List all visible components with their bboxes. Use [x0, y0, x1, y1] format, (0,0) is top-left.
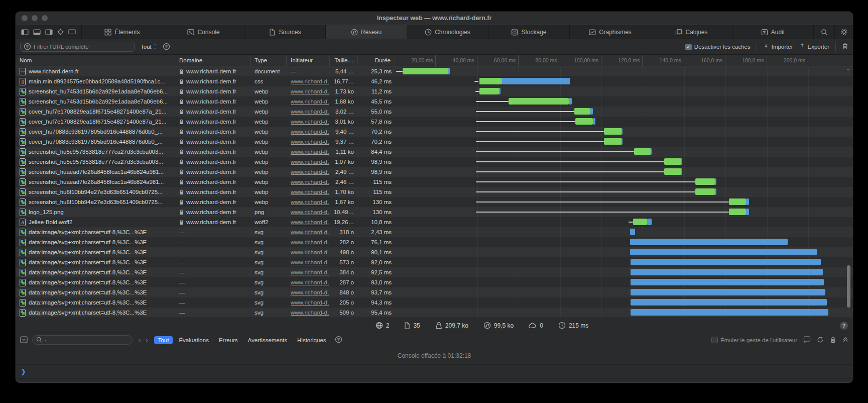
resource-type-dropdown[interactable]: Tout ⌃⌄	[141, 44, 157, 50]
latency-line[interactable]	[476, 111, 575, 112]
console-scope-erreurs[interactable]: Erreurs	[215, 336, 242, 344]
column-header-duree[interactable]: Durée	[358, 55, 395, 66]
device-icon[interactable]	[68, 29, 76, 35]
latency-line[interactable]	[476, 151, 634, 152]
latency-line[interactable]	[475, 91, 479, 92]
latency-line[interactable]	[476, 212, 729, 213]
table-row[interactable]: screenshot_hu7453d15b6b2a929e1adaa8e7a06…	[16, 86, 853, 96]
download-bar[interactable]	[746, 209, 749, 215]
inspect-target-icon[interactable]	[57, 29, 64, 35]
initiator-link[interactable]: www.richard-d…	[291, 259, 329, 265]
table-row[interactable]: screenshot_huaead7fe26a8458fcac1a46b824a…	[16, 177, 853, 187]
download-bar[interactable]	[630, 249, 817, 255]
tab-chronologies[interactable]: Chronologies	[407, 25, 488, 39]
column-header-nom[interactable]: Nom	[16, 55, 175, 66]
help-button[interactable]: ?	[840, 322, 848, 330]
speech-bubble-icon[interactable]	[803, 336, 811, 344]
download-bar[interactable]	[590, 108, 593, 115]
refresh-icon[interactable]	[817, 336, 824, 344]
download-bar[interactable]	[630, 229, 635, 235]
import-button[interactable]: Importer	[763, 43, 793, 51]
table-row[interactable]: screenshot_hu6f10bb94e27e3d63b651409cb07…	[16, 197, 853, 207]
table-row[interactable]: data:image/svg+xml;charset=utf-8,%3C...%…	[16, 267, 853, 277]
table-row[interactable]: logo_125.pngwww.richard-dern.frpngwww.ri…	[16, 207, 853, 217]
initiator-link[interactable]: www.richard-d…	[291, 299, 329, 306]
waiting-bar[interactable]	[695, 178, 715, 185]
download-bar[interactable]	[502, 78, 570, 84]
initiator-link[interactable]: www.richard-d…	[291, 249, 329, 255]
initiator-link[interactable]: www.richard-d…	[291, 289, 329, 295]
waiting-bar[interactable]	[695, 188, 715, 195]
download-bar[interactable]	[647, 219, 651, 225]
column-header-type[interactable]: Type	[251, 55, 287, 66]
tab-console[interactable]: Console	[163, 25, 244, 39]
table-row[interactable]: screenshot_huaead7fe26a8458fcac1a46b824a…	[16, 167, 853, 177]
console-scope-avertissements[interactable]: Avertissements	[244, 336, 291, 344]
latency-line[interactable]	[476, 201, 729, 203]
waiting-bar[interactable]	[729, 198, 747, 205]
dock-left-icon[interactable]	[21, 29, 29, 35]
table-row[interactable]: cover_hu70883c936197805bd916c4488876d0b0…	[16, 137, 853, 147]
settings-gear-button[interactable]	[835, 25, 853, 39]
column-header-taille[interactable]: Taille…	[330, 55, 358, 66]
waiting-bar[interactable]	[575, 118, 593, 125]
table-row[interactable]: screenshot_hu7453d15b6b2a929e1adaa8e7a06…	[16, 96, 853, 107]
initiator-link[interactable]: www.richard-d…	[291, 78, 329, 84]
clear-network-items-trash-button[interactable]	[842, 43, 848, 51]
column-header-domaine[interactable]: Domaine	[175, 55, 251, 66]
minimize-window-button[interactable]	[32, 15, 38, 21]
waiting-bar[interactable]	[604, 138, 621, 145]
table-row[interactable]: cover_hu70883c936197805bd916c4488876d0b0…	[16, 127, 853, 137]
waiting-bar[interactable]	[633, 219, 647, 225]
download-bar[interactable]	[631, 289, 826, 295]
initiator-link[interactable]: www.richard-d…	[291, 149, 329, 155]
download-bar[interactable]	[631, 309, 828, 316]
console-search-input[interactable]: ⌄	[32, 335, 133, 345]
table-row[interactable]: cover_huf7e1708829ea18f6715e48271400e87a…	[16, 107, 853, 117]
latency-line[interactable]	[476, 141, 604, 142]
initiator-link[interactable]: www.richard-d…	[291, 139, 329, 145]
download-bar[interactable]	[569, 98, 571, 105]
initiator-link[interactable]: www.richard-d…	[291, 239, 329, 245]
console-scope-evaluations[interactable]: Évaluations	[175, 336, 212, 344]
zoom-window-button[interactable]	[42, 15, 48, 21]
scrollbar-up-arrow[interactable]: ⌃	[846, 68, 850, 73]
latency-line[interactable]	[476, 131, 604, 132]
search-button[interactable]	[814, 25, 835, 39]
tab-audit[interactable]: Audit	[732, 25, 814, 39]
next-result-button[interactable]: ›	[146, 336, 148, 344]
latency-line[interactable]	[474, 81, 478, 82]
dock-right-icon[interactable]	[45, 29, 53, 35]
disable-caches-checkbox[interactable]: ✓ Désactiver les caches	[685, 44, 751, 50]
latency-line[interactable]	[476, 161, 664, 162]
tab-stockage[interactable]: Stockage	[488, 25, 570, 39]
tab-sources[interactable]: Sources	[244, 25, 326, 39]
table-row[interactable]: data:image/svg+xml;charset=utf-8,%3C...%…	[16, 227, 853, 237]
download-bar[interactable]	[746, 198, 749, 205]
collapse-chevrons-icon[interactable]	[842, 336, 848, 344]
url-filter-input[interactable]: Filtrer l'URL complète	[20, 42, 135, 52]
close-window-button[interactable]	[22, 15, 28, 21]
download-bar[interactable]	[630, 239, 788, 245]
initiator-link[interactable]: www.richard-d…	[291, 179, 329, 185]
latency-line[interactable]	[629, 222, 633, 223]
download-bar[interactable]	[593, 118, 596, 125]
initiator-link[interactable]: www.richard-d…	[291, 219, 329, 225]
table-row[interactable]: data:image/svg+xml;charset=utf-8,%3C...%…	[16, 247, 853, 257]
previous-result-button[interactable]: ‹	[139, 336, 141, 344]
initiator-link[interactable]: www.richard-d…	[291, 169, 329, 175]
waiting-bar[interactable]	[664, 168, 681, 175]
tab-graphismes[interactable]: Graphismes	[570, 25, 651, 39]
initiator-link[interactable]: www.richard-d…	[291, 159, 329, 165]
table-row[interactable]: data:image/svg+xml;charset=utf-8,%3C...%…	[16, 287, 853, 297]
export-button[interactable]: Exporter	[799, 43, 829, 51]
waiting-bar[interactable]	[479, 88, 500, 94]
initiator-link[interactable]: www.richard-d…	[291, 229, 329, 235]
filter-circle-icon[interactable]	[163, 43, 170, 51]
latency-line[interactable]	[476, 101, 509, 102]
trash-icon[interactable]	[830, 336, 836, 344]
table-row[interactable]: </>www.richard-dern.frwww.richard-dern.f…	[16, 66, 853, 76]
table-row[interactable]: AJellee-Bold.woff2www.richard-dern.frwof…	[16, 217, 853, 227]
table-row[interactable]: data:image/svg+xml;charset=utf-8,%3C...%…	[16, 277, 853, 287]
waiting-bar[interactable]	[479, 78, 502, 84]
